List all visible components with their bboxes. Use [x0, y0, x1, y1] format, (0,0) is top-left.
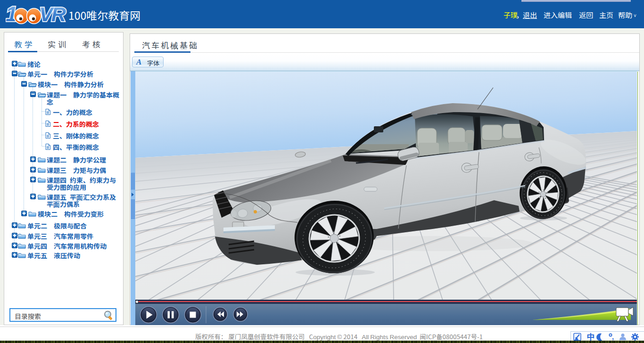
svg-text:,: ,: [612, 332, 614, 341]
